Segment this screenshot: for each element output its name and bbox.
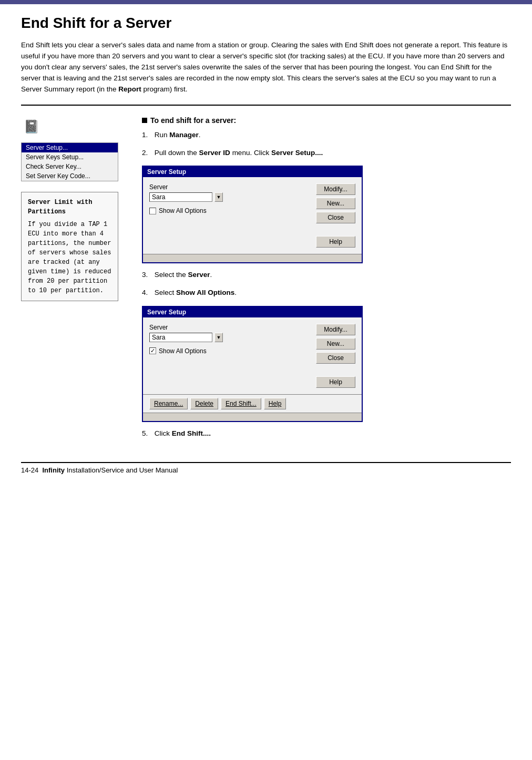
left-column: 📓 Server Setup... Server Keys Setup... C… <box>21 116 137 446</box>
dialog-2-modify-btn[interactable]: Modify... <box>316 324 355 335</box>
side-note-text: If you divide a TAP 1 ECU into more than… <box>28 220 111 295</box>
server-dropdown-row: Sara ▼ <box>149 192 311 202</box>
step-3-text-before: Select the <box>155 271 188 279</box>
dialog-2-new-btn[interactable]: New... <box>316 338 355 350</box>
step-2-bold: Server ID <box>199 149 230 157</box>
side-note-box: Server Limit with Partitions If you divi… <box>21 192 118 301</box>
menu-item-highlighted: Server Setup... <box>22 143 118 152</box>
show-all-options-label-2: Show All Options <box>159 347 207 355</box>
dialog-1-help-btn[interactable]: Help <box>316 236 355 248</box>
menu-item-1: Server Keys Setup... <box>22 152 118 162</box>
dialog-1-modify-btn[interactable]: Modify... <box>316 183 355 195</box>
page-content: End Shift for a Server End Shift lets yo… <box>0 4 532 490</box>
instructions-area: 📓 Server Setup... Server Keys Setup... C… <box>21 116 511 446</box>
footer-rest: Installation/Service and User Manual <box>65 466 178 474</box>
show-all-options-checkbox-1[interactable] <box>149 208 156 214</box>
show-all-options-label-1: Show All Options <box>159 207 207 214</box>
step-4-bold: Show All Options <box>176 289 234 296</box>
step-3: 3. Select the Server. <box>142 270 511 280</box>
intro-bold-report: Report <box>118 85 141 93</box>
right-column: To end shift for a server: 1. Run Manage… <box>137 116 511 446</box>
dialog-2-close-btn[interactable]: Close <box>316 352 355 364</box>
step-1-bold: Manager <box>169 131 199 139</box>
step-5: 5. Click End Shift.... <box>142 428 511 439</box>
dialog-2-delete-btn[interactable]: Delete <box>190 398 218 409</box>
intro-text-main: End Shift lets you clear a server's sale… <box>21 41 507 93</box>
top-bar <box>0 0 532 4</box>
step-3-text-after: . <box>210 271 212 279</box>
dialog-2-footer <box>143 413 362 421</box>
step-3-num: 3. <box>142 270 152 280</box>
show-all-options-checkbox-2[interactable] <box>149 347 156 354</box>
show-all-options-row-1: Show All Options <box>149 207 311 214</box>
dialog-1-titlebar: Server Setup <box>143 167 362 177</box>
step-2-text-before: Pull down the <box>155 149 199 157</box>
server-form-group: Server Sara ▼ <box>149 183 311 202</box>
page-footer: 14-24 Infinity Installation/Service and … <box>21 462 511 474</box>
server-form-group-2: Server Sara ▼ <box>149 324 311 342</box>
section-header-text: To end shift for a server: <box>150 116 236 125</box>
server-dropdown-arrow[interactable]: ▼ <box>214 192 223 202</box>
server-label-2: Server <box>149 324 311 331</box>
server-dropdown-arrow-2[interactable]: ▼ <box>214 333 223 342</box>
dialog-2-help-btn[interactable]: Help <box>316 376 355 388</box>
dialog-1-footer <box>143 254 362 262</box>
step-2: 2. Pull down the Server ID menu. Click S… <box>142 148 511 158</box>
dialog-2-body: Server Sara ▼ Show All Options Modif <box>143 317 362 394</box>
section-header: To end shift for a server: <box>142 116 511 125</box>
menu-screenshot: Server Setup... Server Keys Setup... Che… <box>21 142 118 181</box>
dialog-1-main: Server Sara ▼ Show All Options <box>149 183 311 248</box>
step-1-text-before: Run <box>155 131 170 139</box>
page-title: End Shift for a Server <box>21 15 511 32</box>
server-dropdown-2[interactable]: Sara <box>149 333 212 342</box>
step-2-text-middle: menu. Click <box>230 149 271 157</box>
menu-item-3: Set Server Key Code... <box>22 171 118 181</box>
dialog-2-buttons: Modify... New... Close Help <box>316 324 355 388</box>
step-1: 1. Run Manager. <box>142 130 511 140</box>
intro-paragraph: End Shift lets you clear a server's sale… <box>21 40 511 95</box>
notebook-icon-area: 📓 <box>21 116 42 137</box>
dialog-2-help-extra-btn[interactable]: Help <box>264 398 287 409</box>
dialog-2: Server Setup Server Sara ▼ Show All <box>142 306 363 422</box>
side-note-title: Server Limit with Partitions <box>28 198 111 217</box>
notebook-icon: 📓 <box>24 119 39 134</box>
step-4: 4. Select Show All Options. <box>142 287 511 298</box>
step-4-text-before: Select <box>155 289 176 296</box>
dialog-2-rename-btn[interactable]: Rename... <box>149 398 188 409</box>
step-1-num: 1. <box>142 130 152 140</box>
dialog-1-close-btn[interactable]: Close <box>316 212 355 223</box>
step-4-num: 4. <box>142 287 152 298</box>
step-3-bold: Server <box>188 271 210 279</box>
show-all-options-row-2: Show All Options <box>149 347 311 355</box>
server-dropdown-row-2: Sara ▼ <box>149 333 311 342</box>
dialog-1-body: Server Sara ▼ Show All Options Modif <box>143 177 362 254</box>
footer-page-num: 14-24 <box>21 466 38 474</box>
step-2-bold2: Server Setup.... <box>271 149 323 157</box>
dialog-1-buttons: Modify... New... Close Help <box>316 183 355 248</box>
step-5-num: 5. <box>142 428 152 439</box>
dialog-2-main: Server Sara ▼ Show All Options <box>149 324 311 388</box>
step-5-bold: End Shift.... <box>172 429 211 437</box>
step-4-text-after: . <box>234 289 237 296</box>
dialog-2-extra-buttons: Rename... Delete End Shift... Help <box>143 394 362 413</box>
step-2-num: 2. <box>142 148 152 158</box>
dialog-1: Server Setup Server Sara ▼ Show All <box>142 166 363 263</box>
step-5-text-before: Click <box>155 429 172 437</box>
dialog-2-endshift-btn[interactable]: End Shift... <box>221 398 261 409</box>
menu-item-2: Check Server Key... <box>22 162 118 171</box>
step-1-text-after: . <box>199 131 201 139</box>
intro-text-end: program) first. <box>141 85 188 93</box>
footer-brand: Infinity <box>42 466 65 474</box>
section-divider <box>21 105 511 106</box>
bullet-square <box>142 118 147 123</box>
server-dropdown[interactable]: Sara <box>149 192 212 202</box>
dialog-1-new-btn[interactable]: New... <box>316 198 355 209</box>
server-label: Server <box>149 183 311 191</box>
dialog-2-titlebar: Server Setup <box>143 307 362 317</box>
